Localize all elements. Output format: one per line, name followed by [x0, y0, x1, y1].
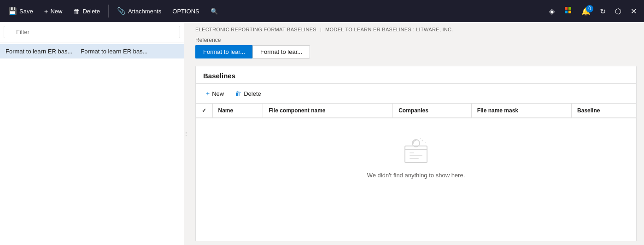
delete-button[interactable]: 🗑 Delete: [69, 5, 105, 18]
col-companies: Companies: [393, 104, 471, 118]
filter-box: 🔍: [0, 22, 184, 42]
left-panel: 🔍 Format to learn ER bas... Format to le…: [0, 22, 184, 245]
baselines-new-label: New: [212, 90, 224, 97]
breadcrumb: ELECTRONIC REPORTING FORMAT BASELINES | …: [188, 22, 644, 35]
svg-rect-1: [568, 7, 571, 10]
svg-rect-6: [410, 152, 414, 153]
resize-handle[interactable]: ⋮: [184, 22, 188, 245]
baselines-new-button[interactable]: + New: [201, 88, 228, 99]
close-btn[interactable]: ✕: [627, 4, 640, 18]
baselines-container: Baselines + New 🗑 Delete ✓: [195, 66, 637, 241]
reference-tab-2[interactable]: Format to lear...: [252, 45, 310, 58]
options-button[interactable]: OPTIONS: [168, 5, 204, 18]
empty-state-text: We didn't find anything to show here.: [367, 172, 465, 179]
breadcrumb-separator: |: [320, 27, 322, 32]
notifications-btn[interactable]: 🔔 0: [578, 4, 594, 18]
office-icon: [564, 8, 572, 16]
list-items: Format to learn ER bas... Format to lear…: [0, 42, 184, 60]
new-button[interactable]: + New: [40, 5, 67, 18]
reference-label: Reference: [195, 37, 637, 43]
svg-rect-4: [405, 146, 427, 163]
checkmark-icon: ✓: [202, 107, 206, 114]
svg-rect-2: [565, 11, 568, 13]
svg-rect-7: [410, 155, 422, 156]
title-bar-right: ◈ 🔔 0 ↻ ⬡ ✕: [545, 3, 640, 19]
separator: [108, 5, 109, 18]
right-panel: ELECTRONIC REPORTING FORMAT BASELINES | …: [188, 22, 644, 245]
baselines-table: ✓ Name File component name Companies Fil…: [196, 104, 636, 241]
svg-rect-0: [565, 7, 568, 10]
notification-badge: 0: [586, 5, 593, 12]
save-button[interactable]: 💾 Save: [4, 4, 38, 18]
save-icon: 💾: [8, 7, 17, 15]
delete-icon: 🗑: [73, 7, 80, 15]
title-bar: 💾 Save + New 🗑 Delete 📎 Attachments OPTI…: [0, 0, 644, 22]
col-file-name-mask: File name mask: [471, 104, 571, 118]
office-icon-btn[interactable]: [560, 3, 576, 19]
col-baseline: Baseline: [572, 104, 636, 118]
baselines-delete-label: Delete: [244, 90, 261, 97]
col-file-component: File component name: [263, 104, 393, 118]
reference-tab-1[interactable]: Format to lear...: [195, 45, 252, 58]
attachments-button[interactable]: 📎 Attachments: [112, 4, 166, 18]
svg-point-9: [422, 140, 423, 141]
list-item-text-2: Format to learn ER bas...: [81, 48, 147, 55]
breadcrumb-part1: ELECTRONIC REPORTING FORMAT BASELINES: [195, 27, 316, 32]
baselines-title: Baselines: [196, 66, 636, 84]
empty-state-icon: [401, 137, 431, 166]
diamond-icon-btn[interactable]: ◈: [545, 4, 558, 18]
reference-tabs: Format to lear... Format to lear...: [195, 45, 637, 58]
svg-point-11: [420, 138, 421, 139]
search-button[interactable]: 🔍: [206, 5, 222, 18]
filter-input[interactable]: [4, 26, 180, 38]
list-item-text-1: Format to learn ER bas...: [6, 48, 72, 55]
baselines-toolbar: + New 🗑 Delete: [196, 84, 636, 104]
detach-icon: ⬡: [615, 7, 621, 15]
plus-icon: +: [44, 7, 48, 15]
col-name: Name: [212, 104, 263, 118]
close-icon: ✕: [631, 7, 637, 15]
svg-rect-3: [568, 11, 571, 13]
baselines-delete-icon: 🗑: [235, 90, 241, 97]
baselines-plus-icon: +: [206, 90, 210, 97]
baselines-delete-button[interactable]: 🗑 Delete: [230, 88, 266, 99]
diamond-icon: ◈: [549, 7, 555, 15]
main-layout: 🔍 Format to learn ER bas... Format to le…: [0, 22, 644, 245]
list-item[interactable]: Format to learn ER bas... Format to lear…: [0, 44, 184, 58]
refresh-btn[interactable]: ↻: [596, 4, 609, 18]
svg-point-10: [425, 142, 426, 143]
breadcrumb-part2: MODEL TO LEARN ER BASELINES : LITWARE, I…: [325, 27, 453, 32]
refresh-icon: ↻: [600, 7, 606, 15]
search-icon: 🔍: [211, 8, 218, 15]
reference-section: Reference Format to lear... Format to le…: [188, 35, 644, 62]
col-checkbox: ✓: [196, 104, 212, 118]
detach-btn[interactable]: ⬡: [611, 4, 625, 18]
svg-rect-8: [410, 158, 419, 159]
empty-state: We didn't find anything to show here.: [196, 118, 636, 197]
attachments-icon: 📎: [117, 7, 126, 15]
